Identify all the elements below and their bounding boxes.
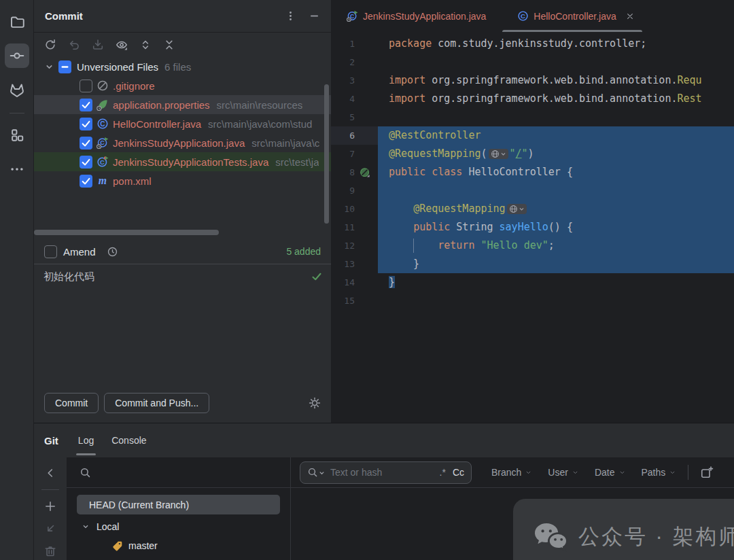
file-checkbox[interactable] [80, 137, 92, 150]
eye-icon[interactable] [116, 39, 128, 51]
incoming-commits-icon[interactable] [44, 523, 56, 535]
changed-file-row[interactable]: CHelloController.javasrc\main\java\com\s… [34, 114, 331, 133]
code-line[interactable]: 10 @RequestMapping [331, 200, 734, 218]
log-search-field[interactable]: Text or hash .* Cc [300, 461, 472, 484]
bean-gutter-icon[interactable] [355, 167, 375, 178]
code-line[interactable]: 15 [331, 292, 734, 310]
url-mapping-inlay[interactable] [507, 204, 527, 214]
open-new-tab-icon[interactable] [700, 466, 714, 479]
undo-icon[interactable] [68, 39, 80, 51]
code-line[interactable]: 1package com.study.jenkinsstudy.controll… [331, 35, 734, 53]
commit-icon[interactable] [5, 43, 29, 68]
filter-paths[interactable]: Paths [642, 467, 677, 478]
file-name: application.properties [113, 99, 210, 111]
gutter: 7 [331, 145, 378, 163]
code-line[interactable]: 6@RestController [331, 126, 734, 145]
more-icon[interactable] [5, 157, 29, 181]
search-options-icon[interactable] [307, 467, 325, 478]
line-number: 15 [331, 292, 355, 310]
delete-icon[interactable] [44, 545, 56, 557]
code-line[interactable]: 14} [331, 273, 734, 292]
tag-icon [111, 540, 123, 552]
log-left-toolbar [34, 457, 67, 560]
code-text: @RestController [378, 126, 734, 145]
gutter: 10 [331, 200, 378, 218]
gutter: 12 [331, 237, 378, 255]
commit-actions: Commit Commit and Push... [34, 383, 331, 423]
code-line[interactable]: 3import org.springframework.web.bind.ann… [331, 71, 734, 90]
commit-message-field[interactable]: 初始化代码 [34, 264, 331, 383]
changed-file-row[interactable]: application.propertiessrc\main\resources [34, 95, 331, 114]
code-line[interactable]: 7@RequestMapping("/") [331, 145, 734, 163]
code-text: return "Hello dev"; [378, 237, 734, 255]
code-text: @RequestMapping("/") [378, 145, 734, 163]
editor-tab-JenkinsStudyApplication.java[interactable]: CJenkinsStudyApplication.java [340, 0, 493, 32]
gitlab-icon[interactable] [5, 77, 29, 102]
code-line[interactable]: 2 [331, 53, 734, 71]
filter-branch[interactable]: Branch [491, 467, 532, 478]
editor-tab-HelloController.java[interactable]: CHelloController.java [510, 0, 640, 32]
branch-head-item[interactable]: HEAD (Current Branch) [77, 495, 280, 514]
tab-log[interactable]: Log [69, 423, 103, 457]
url-mapping-inlay[interactable] [489, 149, 508, 159]
history-icon[interactable] [107, 246, 118, 258]
changed-file-row[interactable]: CJenkinsStudyApplication.javasrc\main\ja… [34, 133, 331, 152]
refresh-icon[interactable] [44, 39, 56, 51]
chevron-left-icon[interactable] [44, 467, 56, 479]
code-line[interactable]: 11 public String sayHello() { [331, 218, 734, 237]
file-checkbox[interactable] [80, 175, 92, 188]
apply-patch-icon[interactable] [92, 39, 104, 51]
file-path: src\main\java\c [251, 137, 319, 149]
code-line[interactable]: 8public class HelloController { [331, 163, 734, 181]
file-checkbox[interactable] [80, 80, 92, 92]
changed-file-row[interactable]: CJenkinsStudyApplicationTests.javasrc\te… [34, 152, 331, 171]
vertical-scrollbar[interactable] [324, 84, 329, 224]
code-line[interactable]: 9 [331, 181, 734, 200]
match-case-toggle[interactable]: Cc [453, 467, 464, 478]
line-number: 5 [331, 108, 355, 126]
project-folder-icon[interactable] [5, 10, 29, 34]
more-options-icon[interactable] [285, 10, 296, 22]
regex-toggle[interactable]: .* [440, 467, 446, 478]
gear-icon[interactable] [309, 397, 321, 409]
file-checkbox[interactable] [80, 99, 92, 111]
changed-file-row[interactable]: .gitignore [34, 76, 331, 95]
branch-item-master[interactable]: master [67, 536, 290, 555]
commit-and-push-button[interactable]: Commit and Push... [104, 393, 209, 413]
hide-panel-icon[interactable] [309, 10, 320, 22]
unversioned-files-group[interactable]: Unversioned Files 6 files [34, 57, 331, 76]
branch-group-local[interactable]: Local [67, 517, 290, 536]
file-checkbox[interactable] [80, 156, 92, 169]
file-path: src\main\resources [217, 99, 303, 111]
file-checkbox[interactable] [80, 118, 92, 130]
changed-file-row[interactable]: mpom.xml [34, 171, 331, 190]
filter-date[interactable]: Date [595, 467, 626, 478]
gutter: 13 [331, 255, 378, 273]
code-editor[interactable]: 1package com.study.jenkinsstudy.controll… [331, 32, 734, 423]
horizontal-scrollbar[interactable] [34, 230, 219, 235]
code-line[interactable]: 12 return "Hello dev"; [331, 237, 734, 255]
commit-button[interactable]: Commit [44, 393, 99, 413]
gutter: 15 [331, 292, 378, 310]
expand-all-icon[interactable] [139, 39, 152, 51]
group-checkbox[interactable] [58, 60, 71, 73]
structure-icon[interactable] [5, 123, 29, 147]
branch-search-row[interactable] [67, 457, 290, 488]
tab-console[interactable]: Console [103, 423, 155, 457]
close-icon[interactable] [626, 12, 634, 20]
amend-checkbox[interactable] [44, 245, 57, 258]
add-icon[interactable] [44, 500, 56, 512]
code-line[interactable]: 4import org.springframework.web.bind.ann… [331, 90, 734, 108]
code-line[interactable]: 5 [331, 108, 734, 126]
group-count: 6 files [164, 61, 191, 73]
filter-user[interactable]: User [548, 467, 579, 478]
line-number: 13 [331, 255, 355, 273]
wechat-icon [534, 522, 569, 552]
gutter: 2 [331, 53, 378, 71]
code-line[interactable]: 13 } [331, 255, 734, 273]
chevron-down-icon [81, 522, 90, 531]
stripe-divider [10, 113, 24, 113]
collapse-all-icon[interactable] [163, 39, 175, 51]
code-text: package com.study.jenkinsstudy.controlle… [378, 35, 734, 53]
tool-window-stripe [0, 0, 34, 560]
